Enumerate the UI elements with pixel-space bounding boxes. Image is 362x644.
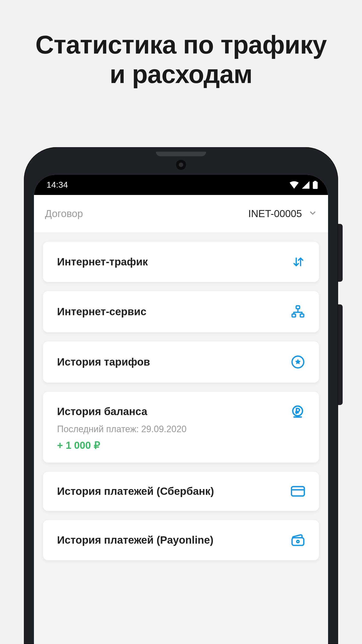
balance-amount: + 1 000 ₽	[57, 439, 305, 451]
card-payments-payonline[interactable]: История платежей (Payonline)	[43, 520, 319, 560]
svg-rect-7	[291, 487, 304, 496]
headline-line-2: и расходам	[110, 60, 252, 89]
credit-card-icon	[291, 486, 305, 497]
phone-side-button-lower	[338, 304, 343, 405]
status-time: 14:34	[47, 180, 68, 190]
card-title: Интернет-трафик	[57, 256, 148, 268]
card-internet-traffic[interactable]: Интернет-трафик	[43, 242, 319, 282]
contract-selector[interactable]: Договор INET-00005	[34, 195, 328, 233]
contract-value: INET-00005	[248, 208, 302, 219]
battery-icon	[312, 181, 318, 189]
card-title: История баланса	[57, 406, 147, 418]
card-internet-service[interactable]: Интернет-сервис	[43, 291, 319, 332]
svg-point-10	[297, 540, 299, 543]
wallet-icon	[291, 534, 305, 547]
svg-rect-1	[314, 181, 316, 182]
card-title: История платежей (Сбербанк)	[57, 485, 214, 497]
star-badge-icon	[291, 355, 305, 369]
status-bar: 14:34	[34, 175, 328, 195]
svg-rect-9	[292, 538, 304, 545]
card-title: История тарифов	[57, 356, 150, 368]
headline-line-1: Статистика по трафику	[35, 30, 327, 59]
up-down-arrows-icon	[292, 255, 305, 268]
cellular-icon	[301, 181, 310, 189]
status-icons	[289, 181, 318, 189]
network-icon	[291, 305, 305, 319]
svg-rect-4	[300, 314, 304, 317]
card-list: Интернет-трафик Интернет-сервис	[34, 233, 328, 569]
card-payments-sberbank[interactable]: История платежей (Сбербанк)	[43, 472, 319, 511]
phone-frame: 14:34	[24, 147, 338, 644]
wifi-icon	[289, 181, 299, 189]
phone-side-button-upper	[338, 224, 343, 282]
svg-rect-3	[292, 314, 296, 317]
card-balance-history[interactable]: История баланса Последний платеж: 29.09.…	[43, 392, 319, 463]
balance-last-payment: Последний платеж: 29.09.2020	[57, 424, 305, 434]
svg-rect-2	[296, 306, 300, 309]
phone-camera	[176, 160, 186, 170]
contract-label: Договор	[45, 208, 83, 219]
card-tariff-history[interactable]: История тарифов	[43, 341, 319, 383]
phone-screen: 14:34	[34, 175, 328, 644]
svg-rect-0	[313, 182, 318, 189]
ruble-coin-icon	[290, 404, 305, 419]
card-title: История платежей (Payonline)	[57, 534, 213, 546]
page-headline: Статистика по трафику и расходам	[35, 30, 327, 89]
chevron-down-icon	[308, 209, 317, 218]
card-title: Интернет-сервис	[57, 306, 146, 318]
